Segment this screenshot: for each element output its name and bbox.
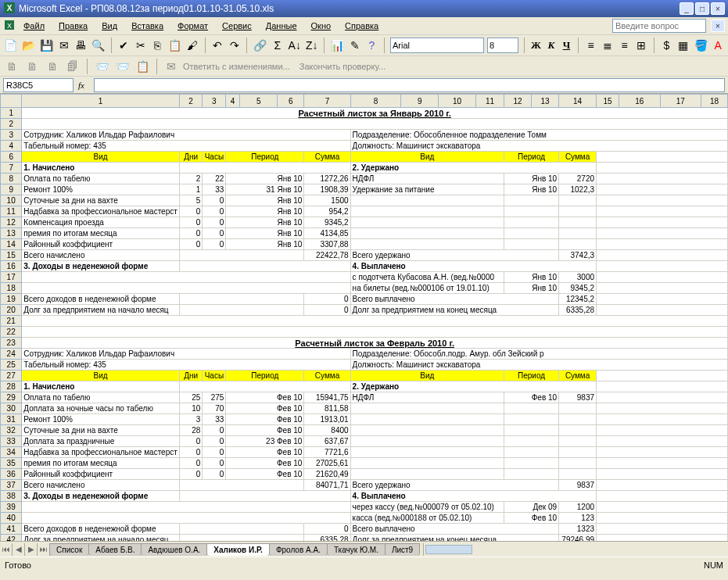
cell[interactable]: Всего начислено (22, 250, 179, 261)
cell[interactable]: Районный коэффициент (22, 239, 179, 250)
cell[interactable]: Янв 10 (504, 283, 558, 294)
col-header-6[interactable]: 6 (278, 95, 304, 108)
cell[interactable]: Должность: Машинист экскаватора (350, 360, 727, 371)
cell[interactable] (597, 152, 728, 163)
cell[interactable]: 27025,61 (304, 458, 350, 469)
cell[interactable]: 33 (203, 414, 226, 425)
copy-icon[interactable]: ⎘ (151, 37, 164, 54)
menu-edit[interactable]: Правка (52, 20, 94, 32)
cell[interactable]: Оплата по табелю (22, 174, 179, 184)
row-header-25[interactable]: 25 (1, 360, 22, 371)
cell[interactable] (597, 184, 728, 195)
cell[interactable]: 2720 (559, 174, 597, 184)
cell[interactable]: Доплата за ночные часы по табелю (22, 403, 179, 414)
cell[interactable]: Часы (203, 152, 226, 163)
cell[interactable]: 3. Доходы в неденежной форме (22, 491, 179, 502)
align-center-icon[interactable]: ≣ (601, 37, 614, 54)
cell[interactable]: Сотрудник: Халиков Ильдар Рафаилович (22, 349, 350, 360)
bold-button[interactable]: Ж (530, 38, 542, 53)
row-header-41[interactable]: 41 (1, 524, 22, 535)
menu-format[interactable]: Формат (171, 20, 214, 32)
cell[interactable]: Удержание за питание (350, 184, 504, 195)
cell[interactable] (559, 469, 597, 480)
cell[interactable]: с подотчета Кубасова А.Н. (вед.№0000 (350, 272, 504, 283)
cell[interactable]: Янв 10 (226, 239, 304, 250)
menu-help[interactable]: Справка (339, 20, 385, 32)
row-header-18[interactable]: 18 (1, 283, 22, 294)
row-header-27[interactable]: 27 (1, 371, 22, 381)
autosum-icon[interactable]: Σ (271, 37, 284, 54)
cell[interactable] (597, 371, 728, 381)
cell[interactable] (597, 403, 728, 414)
cell[interactable] (350, 458, 504, 469)
cell[interactable] (597, 524, 728, 535)
cell[interactable]: 811,58 (304, 403, 350, 414)
tb2-icon2[interactable]: 🗎 (23, 58, 41, 75)
row-header-12[interactable]: 12 (1, 217, 22, 228)
tb2-icon7[interactable]: 📋 (134, 58, 151, 75)
cell[interactable]: Фев 10 (226, 403, 304, 414)
cell[interactable] (559, 195, 597, 206)
col-header-15[interactable]: 15 (597, 95, 619, 108)
cell[interactable] (559, 458, 597, 469)
cell[interactable] (597, 174, 728, 184)
sort-desc-icon[interactable]: Z↓ (305, 37, 319, 54)
cell[interactable] (179, 381, 350, 392)
hyperlink-icon[interactable]: 🔗 (253, 37, 267, 54)
cell[interactable] (179, 261, 350, 272)
cell[interactable]: 3 (179, 414, 203, 425)
cell[interactable] (22, 502, 350, 513)
sheet-tab-2[interactable]: Авдюшев О.А. (141, 543, 207, 556)
tb2-icon6[interactable]: 📨 (113, 58, 131, 75)
cell[interactable]: 0 (179, 436, 203, 447)
cell[interactable]: премия по итогам месяца (22, 228, 179, 239)
cell[interactable] (504, 403, 558, 414)
save-icon[interactable]: 💾 (39, 37, 54, 54)
cell[interactable]: Дек 09 (504, 502, 558, 513)
name-box[interactable] (3, 78, 74, 92)
cell[interactable]: Фев 10 (226, 469, 304, 480)
cell[interactable]: Фев 10 (226, 458, 304, 469)
row-header-17[interactable]: 17 (1, 272, 22, 283)
cell[interactable] (597, 228, 728, 239)
cell[interactable]: Суточные за дни на вахте (22, 195, 179, 206)
align-right-icon[interactable]: ≡ (618, 37, 631, 54)
cell[interactable] (504, 469, 558, 480)
cell[interactable] (504, 195, 558, 206)
cell[interactable]: 2 (179, 174, 203, 184)
row-header-29[interactable]: 29 (1, 392, 22, 403)
col-header-3[interactable]: 3 (203, 95, 226, 108)
cell[interactable]: 1022,3 (559, 184, 597, 195)
cell[interactable]: Долг за предприятием на начало месяц (22, 305, 179, 316)
row-header-23[interactable]: 23 (1, 338, 22, 349)
tb2-icon4[interactable]: 🗐 (64, 58, 81, 75)
cell[interactable] (504, 447, 558, 458)
cell[interactable]: 1323 (559, 524, 597, 535)
cell[interactable] (179, 480, 304, 491)
paste-icon[interactable]: 📋 (167, 37, 182, 54)
cell[interactable]: Табельный номер: 435 (22, 360, 350, 371)
row-header-36[interactable]: 36 (1, 469, 22, 480)
sheet-tab-3[interactable]: Халиков И.Р. (206, 543, 270, 556)
cell[interactable] (350, 436, 504, 447)
cell[interactable]: премия по итогам месяца (22, 458, 179, 469)
cell[interactable]: Период (504, 371, 558, 381)
cell[interactable]: 9345,2 (559, 283, 597, 294)
col-header-5[interactable]: 5 (239, 95, 277, 108)
cell[interactable]: Всего удержано (350, 480, 559, 491)
row-header-33[interactable]: 33 (1, 436, 22, 447)
row-header-4[interactable]: 4 (1, 141, 22, 152)
cell[interactable]: Фев 10 (226, 392, 304, 403)
font-name-select[interactable] (390, 38, 484, 53)
cell[interactable]: 4. Выплачено (350, 491, 596, 502)
new-icon[interactable]: 📄 (3, 37, 18, 54)
align-left-icon[interactable]: ≡ (584, 37, 597, 54)
col-header-9[interactable]: 9 (401, 95, 439, 108)
cell[interactable] (350, 414, 504, 425)
cell[interactable]: Оплата по табелю (22, 392, 179, 403)
cell[interactable] (597, 447, 728, 458)
cell[interactable] (350, 447, 504, 458)
cell[interactable]: Сотрудник: Халиков Ильдар Рафаилович (22, 130, 350, 141)
row-header-39[interactable]: 39 (1, 502, 22, 513)
cell[interactable] (350, 228, 504, 239)
